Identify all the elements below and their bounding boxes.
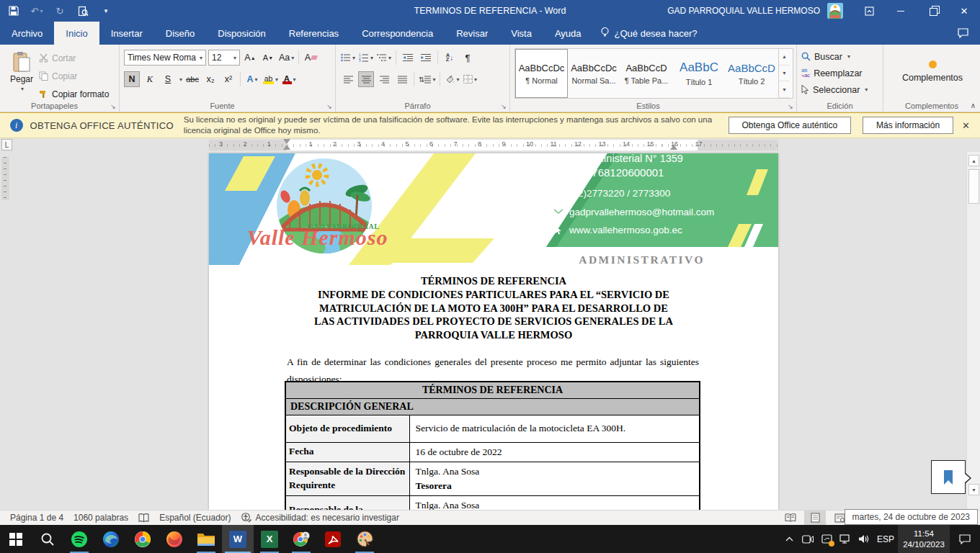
select-button[interactable]: Seleccionar▾ [801, 81, 880, 98]
align-left-button[interactable] [340, 71, 356, 87]
replace-button[interactable]: ab⤷ac Reemplazar [801, 65, 880, 81]
paragraph-dialog-launcher[interactable]: ↘ [500, 103, 507, 110]
scroll-down-icon[interactable]: ▼ [968, 484, 979, 495]
volume-icon[interactable] [855, 525, 873, 553]
tray-expand-icon[interactable] [780, 525, 798, 553]
document-page[interactable]: Acuerdo Ministerial N° 1359 RUC : 176812… [209, 153, 778, 510]
multilevel-list-button[interactable]: ▾ [376, 50, 392, 66]
numbering-button[interactable]: 123▾ [358, 50, 374, 66]
horizontal-ruler[interactable]: L 3211234567891011121314151617 [0, 138, 980, 152]
word-count[interactable]: 1060 palabras [74, 513, 128, 523]
language-indicator[interactable]: Español (Ecuador) [159, 513, 231, 523]
bold-button[interactable]: N [124, 71, 140, 87]
taskbar-spotify-icon[interactable] [63, 525, 95, 553]
taskbar-edge-icon[interactable] [95, 525, 127, 553]
strikethrough-button[interactable]: abc [184, 71, 200, 87]
taskbar-clock[interactable]: 11:54 24/10/2023 [898, 525, 950, 553]
shading-button[interactable]: ▾ [444, 71, 460, 87]
tab-referencias[interactable]: Referencias [277, 22, 350, 45]
superscript-button[interactable]: x² [220, 71, 236, 87]
style-table-pa[interactable]: AaBbCcD ¶ Table Pa... [620, 49, 673, 98]
tab-diseno[interactable]: Diseño [154, 22, 206, 45]
align-right-button[interactable] [376, 71, 392, 87]
vertical-ruler[interactable] [1, 157, 9, 200]
increase-indent-button[interactable] [418, 50, 434, 66]
customize-qat-icon[interactable]: ▾ [99, 4, 112, 17]
tab-disposicion[interactable]: Disposición [206, 22, 277, 45]
styles-scroll-down[interactable]: ▼ [779, 66, 790, 82]
text-effects-button[interactable]: A▾ [244, 71, 260, 87]
ribbon-display-options-icon[interactable] [853, 0, 885, 22]
shrink-font-button[interactable]: A▼ [260, 50, 276, 66]
clipboard-dialog-launcher[interactable]: ↘ [110, 103, 117, 110]
justify-button[interactable] [394, 71, 410, 87]
start-button[interactable] [0, 525, 32, 553]
vertical-scrollbar[interactable]: ▲ ▼ [966, 152, 980, 510]
show-hide-marks-button[interactable]: ¶ [460, 50, 476, 66]
comment-icon[interactable] [958, 22, 980, 45]
print-preview-icon[interactable] [76, 4, 89, 17]
align-center-button[interactable] [358, 71, 374, 87]
action-center-icon[interactable] [950, 525, 980, 553]
notice-close-icon[interactable]: ✕ [962, 120, 970, 131]
account-name[interactable]: GAD PARROQUIAL VALLE HERMOSO [667, 6, 820, 16]
styles-more-button[interactable]: ▼ [779, 81, 790, 98]
undo-icon[interactable]: ↶▾ [30, 4, 43, 17]
taskbar-acrobat-icon[interactable] [317, 525, 349, 553]
copy-button[interactable]: Copiar [39, 68, 109, 84]
taskbar-paint-icon[interactable] [349, 525, 380, 553]
taskbar-search-icon[interactable] [32, 525, 63, 553]
scroll-thumb[interactable] [968, 169, 979, 204]
styles-scroll-up[interactable]: ▲ [779, 49, 790, 66]
tab-selector[interactable]: L [1, 139, 12, 150]
taskbar-chrome-profile-icon[interactable] [285, 525, 317, 553]
taskbar-chrome-icon[interactable] [127, 525, 159, 553]
underline-button[interactable]: S [160, 71, 176, 87]
underline-caret[interactable]: ▾ [179, 76, 182, 83]
borders-button[interactable]: ▾ [462, 71, 478, 87]
network-icon[interactable] [836, 525, 855, 553]
find-button[interactable]: Buscar▾ [801, 48, 880, 65]
get-genuine-office-button[interactable]: Obtenga Office auténtico [729, 117, 852, 134]
styles-dialog-launcher[interactable]: ↘ [787, 103, 794, 110]
restore-button[interactable] [917, 0, 948, 22]
read-mode-icon[interactable] [780, 511, 801, 525]
print-layout-icon[interactable] [804, 511, 826, 525]
language-switcher[interactable]: ESP [873, 534, 898, 544]
clear-formatting-button[interactable]: A [303, 50, 318, 66]
sort-button[interactable]: AZ↓ [442, 50, 458, 66]
bullets-button[interactable]: ▾ [340, 50, 356, 66]
scroll-up-icon[interactable]: ▲ [968, 155, 979, 166]
taskbar-excel-icon[interactable]: X [254, 525, 285, 553]
reading-position-bookmark[interactable] [931, 460, 966, 494]
highlight-button[interactable]: ab▾ [262, 71, 279, 87]
taskbar-explorer-icon[interactable] [190, 525, 222, 553]
tell-me-box[interactable]: ¿Qué desea hacer? [593, 22, 705, 45]
first-line-indent-marker[interactable] [283, 139, 290, 144]
decrease-indent-button[interactable] [400, 50, 416, 66]
font-size-combo[interactable]: 12▾ [208, 50, 240, 66]
tab-ayuda[interactable]: Ayuda [543, 22, 593, 45]
font-dialog-launcher[interactable]: ↘ [326, 103, 333, 110]
more-info-button[interactable]: Más información [863, 117, 953, 134]
accessibility-status[interactable]: Accesibilidad: es necesario investigar [241, 513, 399, 523]
font-name-combo[interactable]: Times New Roma▾ [124, 50, 206, 66]
meet-now-icon[interactable] [798, 525, 817, 553]
account-avatar[interactable] [827, 3, 843, 19]
addins-button[interactable]: Complementos [888, 48, 977, 94]
save-icon[interactable] [7, 4, 20, 17]
collapse-ribbon-icon[interactable]: ∧ [971, 102, 976, 109]
proofing-icon[interactable] [138, 513, 149, 523]
activation-alert-icon[interactable] [817, 525, 836, 553]
grow-font-button[interactable]: A▲ [242, 50, 258, 66]
left-indent-marker[interactable] [283, 145, 290, 150]
style-titulo-1[interactable]: AaBbC Título 1 [673, 49, 726, 98]
style-normal[interactable]: AaBbCcDc ¶ Normal [515, 49, 568, 98]
close-button[interactable]: ✕ [948, 0, 980, 22]
font-color-button[interactable]: A▾ [281, 71, 297, 87]
italic-button[interactable]: K [142, 71, 158, 87]
tab-vista[interactable]: Vista [499, 22, 543, 45]
redo-icon[interactable]: ↻ [53, 4, 66, 17]
tab-archivo[interactable]: Archivo [0, 22, 54, 45]
minimize-button[interactable] [885, 0, 917, 22]
